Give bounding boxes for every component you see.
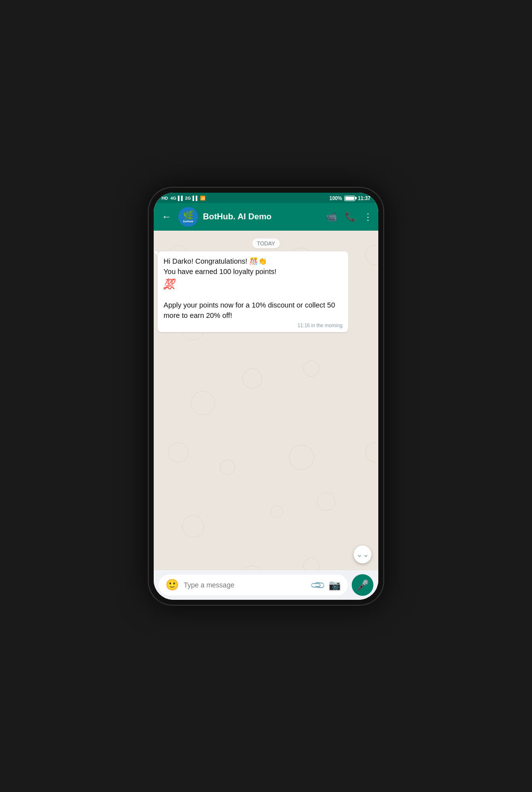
- status-right: 100% 11:37: [330, 196, 370, 201]
- back-button[interactable]: ←: [160, 209, 173, 224]
- avatar-logo: 🌿: [183, 211, 194, 220]
- phone-frame: HD 4G▐▐ 2G▐▐ 📶 100% 11:37 ← 🌿 bothub: [148, 187, 384, 606]
- mic-icon: 🎤: [357, 579, 369, 591]
- camera-icon[interactable]: 📷: [329, 579, 341, 591]
- message-bubble: Hi Darko! Congratulations! 🎊👏 You have e…: [158, 251, 348, 332]
- clock: 11:37: [358, 196, 370, 201]
- scroll-down-button[interactable]: ⌄⌄: [354, 546, 371, 563]
- message-time: 11:16 in the morning: [164, 323, 342, 328]
- message-line3: Apply your points now for a 10% discount…: [164, 301, 335, 319]
- header-bar: ← 🌿 bothub BotHub. AI Demo 📹 📞 ⋮: [154, 203, 378, 231]
- video-call-icon[interactable]: 📹: [326, 211, 337, 222]
- avatar: 🌿 bothub: [178, 207, 198, 227]
- input-wrapper: 🙂 📎 📷: [159, 575, 348, 595]
- message-line2: You have earned 100 loyalty points!: [164, 268, 276, 275]
- status-left: HD 4G▐▐ 2G▐▐ 📶: [162, 196, 205, 201]
- message-text: Hi Darko! Congratulations! 🎊👏 You have e…: [164, 256, 342, 321]
- avatar-label: bothub: [183, 220, 193, 223]
- more-options-icon[interactable]: ⋮: [364, 211, 372, 222]
- input-bar: 🙂 📎 📷 🎤: [154, 570, 378, 600]
- message-emoji-100: 💯: [164, 278, 174, 288]
- wifi-icon: 📶: [200, 196, 205, 201]
- emoji-button[interactable]: 🙂: [166, 579, 179, 591]
- header-icons: 📹 📞 ⋮: [326, 211, 372, 222]
- signal-4g: 4G▐▐: [170, 196, 183, 201]
- attach-icon[interactable]: 📎: [309, 576, 326, 593]
- date-badge: TODAY: [252, 239, 280, 248]
- chat-title: BotHub. AI Demo: [203, 212, 321, 222]
- status-bar: HD 4G▐▐ 2G▐▐ 📶 100% 11:37: [154, 193, 378, 203]
- battery-icon: [344, 196, 355, 201]
- phone-icon[interactable]: 📞: [345, 211, 356, 222]
- chevron-down-icon: ⌄⌄: [356, 550, 369, 559]
- chat-area: TODAY Hi Darko! Congratulations! 🎊👏 You …: [154, 231, 378, 570]
- battery-percent: 100%: [330, 196, 342, 201]
- signal-2g: 2G▐▐: [185, 196, 198, 201]
- message-line1: Hi Darko! Congratulations! 🎊👏: [164, 257, 267, 265]
- hd-indicator: HD: [162, 196, 168, 201]
- mic-button[interactable]: 🎤: [352, 574, 373, 596]
- message-input[interactable]: [184, 581, 306, 589]
- phone-screen: HD 4G▐▐ 2G▐▐ 📶 100% 11:37 ← 🌿 bothub: [154, 193, 378, 600]
